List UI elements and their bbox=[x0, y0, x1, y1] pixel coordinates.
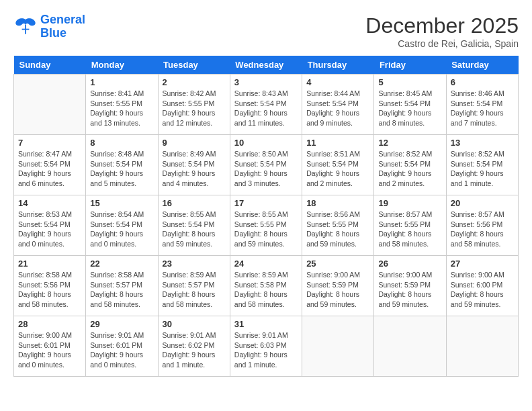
weekday-header-tuesday: Tuesday bbox=[158, 56, 230, 75]
cell-info-text: Sunrise: 8:55 AM Sunset: 5:55 PM Dayligh… bbox=[234, 210, 298, 249]
cell-info-text: Sunrise: 8:59 AM Sunset: 5:57 PM Dayligh… bbox=[163, 270, 226, 310]
calendar-cell: 22Sunrise: 8:58 AM Sunset: 5:57 PM Dayli… bbox=[86, 256, 158, 316]
cell-info-text: Sunrise: 9:01 AM Sunset: 6:02 PM Dayligh… bbox=[163, 330, 226, 370]
cell-date-number: 3 bbox=[234, 77, 298, 87]
calendar-cell bbox=[446, 316, 518, 377]
weekday-header-friday: Friday bbox=[374, 56, 446, 75]
calendar-table: SundayMondayTuesdayWednesdayThursdayFrid… bbox=[13, 56, 519, 377]
cell-info-text: Sunrise: 9:00 AM Sunset: 5:59 PM Dayligh… bbox=[306, 270, 369, 310]
cell-date-number: 23 bbox=[163, 259, 226, 269]
cell-date-number: 2 bbox=[163, 77, 226, 87]
cell-date-number: 19 bbox=[378, 198, 441, 208]
calendar-week-row: 21Sunrise: 8:58 AM Sunset: 5:56 PM Dayli… bbox=[14, 256, 519, 316]
calendar-cell: 17Sunrise: 8:55 AM Sunset: 5:55 PM Dayli… bbox=[230, 195, 302, 256]
cell-info-text: Sunrise: 9:01 AM Sunset: 6:01 PM Dayligh… bbox=[90, 330, 153, 370]
cell-date-number: 27 bbox=[451, 259, 514, 269]
logo-icon bbox=[13, 15, 38, 39]
calendar-cell: 23Sunrise: 8:59 AM Sunset: 5:57 PM Dayli… bbox=[158, 256, 230, 316]
calendar-cell: 7Sunrise: 8:47 AM Sunset: 5:54 PM Daylig… bbox=[14, 135, 86, 195]
calendar-cell: 5Sunrise: 8:45 AM Sunset: 5:54 PM Daylig… bbox=[374, 75, 446, 135]
cell-date-number: 4 bbox=[306, 77, 369, 87]
calendar-cell: 8Sunrise: 8:48 AM Sunset: 5:54 PM Daylig… bbox=[86, 135, 158, 195]
calendar-cell: 31Sunrise: 9:01 AM Sunset: 6:03 PM Dayli… bbox=[230, 316, 302, 377]
cell-info-text: Sunrise: 8:43 AM Sunset: 5:54 PM Dayligh… bbox=[234, 89, 298, 128]
cell-info-text: Sunrise: 9:00 AM Sunset: 6:01 PM Dayligh… bbox=[18, 330, 81, 370]
calendar-cell: 2Sunrise: 8:42 AM Sunset: 5:55 PM Daylig… bbox=[158, 75, 230, 135]
calendar-cell: 3Sunrise: 8:43 AM Sunset: 5:54 PM Daylig… bbox=[230, 75, 302, 135]
calendar-cell: 19Sunrise: 8:57 AM Sunset: 5:55 PM Dayli… bbox=[374, 195, 446, 256]
cell-date-number: 24 bbox=[234, 259, 298, 269]
calendar-cell: 29Sunrise: 9:01 AM Sunset: 6:01 PM Dayli… bbox=[86, 316, 158, 377]
cell-date-number: 13 bbox=[451, 138, 514, 148]
logo-text: General Blue bbox=[40, 13, 85, 40]
calendar-cell: 26Sunrise: 9:00 AM Sunset: 5:59 PM Dayli… bbox=[374, 256, 446, 316]
cell-info-text: Sunrise: 8:59 AM Sunset: 5:58 PM Dayligh… bbox=[234, 270, 298, 310]
calendar-cell: 28Sunrise: 9:00 AM Sunset: 6:01 PM Dayli… bbox=[14, 316, 86, 377]
cell-date-number: 26 bbox=[378, 259, 441, 269]
cell-info-text: Sunrise: 9:00 AM Sunset: 5:59 PM Dayligh… bbox=[378, 270, 441, 310]
cell-date-number: 5 bbox=[378, 77, 441, 87]
cell-date-number: 10 bbox=[234, 138, 298, 148]
cell-info-text: Sunrise: 8:52 AM Sunset: 5:54 PM Dayligh… bbox=[378, 149, 441, 189]
title-area: December 2025 Castro de Rei, Galicia, Sp… bbox=[365, 13, 519, 49]
calendar-cell: 1Sunrise: 8:41 AM Sunset: 5:55 PM Daylig… bbox=[86, 75, 158, 135]
weekday-header-saturday: Saturday bbox=[446, 56, 518, 75]
calendar-week-row: 28Sunrise: 9:00 AM Sunset: 6:01 PM Dayli… bbox=[14, 316, 519, 377]
cell-date-number: 21 bbox=[18, 259, 81, 269]
cell-info-text: Sunrise: 8:51 AM Sunset: 5:54 PM Dayligh… bbox=[306, 149, 369, 189]
calendar-cell: 25Sunrise: 9:00 AM Sunset: 5:59 PM Dayli… bbox=[302, 256, 374, 316]
calendar-week-row: 7Sunrise: 8:47 AM Sunset: 5:54 PM Daylig… bbox=[14, 135, 519, 195]
calendar-cell: 14Sunrise: 8:53 AM Sunset: 5:54 PM Dayli… bbox=[14, 195, 86, 256]
cell-date-number: 29 bbox=[90, 319, 153, 329]
calendar-cell: 9Sunrise: 8:49 AM Sunset: 5:54 PM Daylig… bbox=[158, 135, 230, 195]
cell-info-text: Sunrise: 8:44 AM Sunset: 5:54 PM Dayligh… bbox=[306, 89, 369, 128]
calendar-week-row: 14Sunrise: 8:53 AM Sunset: 5:54 PM Dayli… bbox=[14, 195, 519, 256]
weekday-header-sunday: Sunday bbox=[14, 56, 86, 75]
calendar-cell bbox=[14, 75, 86, 135]
cell-date-number: 16 bbox=[163, 198, 226, 208]
cell-info-text: Sunrise: 8:49 AM Sunset: 5:54 PM Dayligh… bbox=[163, 149, 226, 189]
cell-date-number: 22 bbox=[90, 259, 153, 269]
calendar-week-row: 1Sunrise: 8:41 AM Sunset: 5:55 PM Daylig… bbox=[14, 75, 519, 135]
cell-info-text: Sunrise: 8:56 AM Sunset: 5:55 PM Dayligh… bbox=[306, 210, 369, 249]
cell-info-text: Sunrise: 8:57 AM Sunset: 5:55 PM Dayligh… bbox=[378, 210, 441, 249]
calendar-cell: 15Sunrise: 8:54 AM Sunset: 5:54 PM Dayli… bbox=[86, 195, 158, 256]
calendar-cell bbox=[374, 316, 446, 377]
cell-date-number: 20 bbox=[451, 198, 514, 208]
cell-date-number: 18 bbox=[306, 198, 369, 208]
cell-info-text: Sunrise: 8:42 AM Sunset: 5:55 PM Dayligh… bbox=[163, 89, 226, 128]
calendar-cell: 6Sunrise: 8:46 AM Sunset: 5:54 PM Daylig… bbox=[446, 75, 518, 135]
weekday-header-monday: Monday bbox=[86, 56, 158, 75]
location: Castro de Rei, Galicia, Spain bbox=[365, 38, 519, 49]
cell-date-number: 17 bbox=[234, 198, 298, 208]
calendar-cell: 16Sunrise: 8:55 AM Sunset: 5:54 PM Dayli… bbox=[158, 195, 230, 256]
cell-date-number: 28 bbox=[18, 319, 81, 329]
calendar-cell: 27Sunrise: 9:00 AM Sunset: 6:00 PM Dayli… bbox=[446, 256, 518, 316]
weekday-header-row: SundayMondayTuesdayWednesdayThursdayFrid… bbox=[14, 56, 519, 75]
cell-info-text: Sunrise: 8:53 AM Sunset: 5:54 PM Dayligh… bbox=[18, 210, 81, 249]
cell-info-text: Sunrise: 8:50 AM Sunset: 5:54 PM Dayligh… bbox=[234, 149, 298, 189]
cell-info-text: Sunrise: 8:45 AM Sunset: 5:54 PM Dayligh… bbox=[378, 89, 441, 128]
logo: General Blue bbox=[13, 13, 85, 40]
calendar-cell: 24Sunrise: 8:59 AM Sunset: 5:58 PM Dayli… bbox=[230, 256, 302, 316]
cell-info-text: Sunrise: 8:41 AM Sunset: 5:55 PM Dayligh… bbox=[90, 89, 153, 128]
calendar-cell: 11Sunrise: 8:51 AM Sunset: 5:54 PM Dayli… bbox=[302, 135, 374, 195]
cell-date-number: 15 bbox=[90, 198, 153, 208]
logo-line2: Blue bbox=[40, 26, 66, 40]
cell-date-number: 1 bbox=[90, 77, 153, 87]
cell-info-text: Sunrise: 8:47 AM Sunset: 5:54 PM Dayligh… bbox=[18, 149, 81, 189]
calendar-cell: 10Sunrise: 8:50 AM Sunset: 5:54 PM Dayli… bbox=[230, 135, 302, 195]
weekday-header-wednesday: Wednesday bbox=[230, 56, 302, 75]
calendar-cell bbox=[302, 316, 374, 377]
cell-date-number: 8 bbox=[90, 138, 153, 148]
month-title: December 2025 bbox=[365, 13, 519, 38]
cell-info-text: Sunrise: 8:54 AM Sunset: 5:54 PM Dayligh… bbox=[90, 210, 153, 249]
cell-info-text: Sunrise: 8:55 AM Sunset: 5:54 PM Dayligh… bbox=[163, 210, 226, 249]
calendar-cell: 20Sunrise: 8:57 AM Sunset: 5:56 PM Dayli… bbox=[446, 195, 518, 256]
cell-date-number: 12 bbox=[378, 138, 441, 148]
cell-date-number: 7 bbox=[18, 138, 81, 148]
cell-date-number: 14 bbox=[18, 198, 81, 208]
calendar-cell: 13Sunrise: 8:52 AM Sunset: 5:54 PM Dayli… bbox=[446, 135, 518, 195]
cell-date-number: 11 bbox=[306, 138, 369, 148]
cell-info-text: Sunrise: 9:00 AM Sunset: 6:00 PM Dayligh… bbox=[451, 270, 514, 310]
